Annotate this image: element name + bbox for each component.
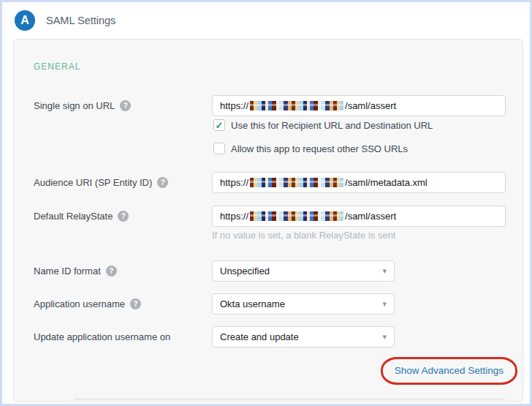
redacted-host-blur — [250, 211, 343, 221]
update-username-label-group: Update application username on — [34, 331, 212, 342]
chevron-down-icon: ▾ — [382, 266, 387, 276]
url-prefix: https:// — [220, 177, 248, 188]
select-value: Unspecified — [220, 266, 382, 277]
audience-uri-label-group: Audience URI (SP Entity ID) ? — [34, 177, 212, 188]
audience-uri-row: Audience URI (SP Entity ID) ? https:///s… — [34, 172, 506, 193]
relay-state-label-group: Default RelayState ? — [34, 211, 212, 222]
name-id-format-select[interactable]: Unspecified ▾ — [212, 260, 395, 282]
other-sso-checkbox[interactable] — [213, 143, 225, 154]
saml-settings-panel: GENERAL Single sign on URL ? https:///sa… — [13, 39, 523, 402]
help-icon[interactable]: ? — [130, 298, 141, 309]
other-sso-checkbox-row: Allow this app to request other SSO URLs — [213, 143, 506, 154]
recipient-url-checkbox-label: Use this for Recipient URL and Destinati… — [231, 120, 433, 131]
chevron-down-icon: ▾ — [382, 299, 387, 309]
url-suffix: /saml/metadata.xml — [345, 177, 428, 188]
help-icon[interactable]: ? — [157, 177, 168, 188]
select-value: Okta username — [220, 298, 382, 309]
advanced-settings-row: Show Advanced Settings — [34, 357, 517, 385]
url-prefix: https:// — [220, 211, 248, 222]
panel-header: A SAML Settings — [2, 2, 530, 39]
relay-state-helper-text: If no value is set, a blank RelayState i… — [212, 230, 506, 241]
relay-state-row: Default RelayState ? https:///saml/asser… — [34, 206, 506, 227]
step-a-badge: A — [15, 10, 35, 31]
audience-uri-input[interactable]: https:///saml/metadata.xml — [212, 172, 506, 193]
help-icon[interactable]: ? — [106, 266, 117, 277]
section-title-general: GENERAL — [34, 61, 506, 72]
check-icon: ✓ — [216, 120, 224, 131]
show-advanced-settings-link[interactable]: Show Advanced Settings — [395, 365, 503, 376]
name-id-format-label: Name ID format — [34, 266, 101, 277]
application-username-select[interactable]: Okta username ▾ — [212, 293, 395, 315]
help-icon[interactable]: ? — [118, 211, 129, 222]
application-username-label-group: Application username ? — [34, 298, 212, 309]
name-id-format-row: Name ID format ? Unspecified ▾ — [34, 260, 506, 282]
chevron-down-icon: ▾ — [382, 332, 387, 342]
url-suffix: /saml/assert — [345, 211, 396, 222]
page-title: SAML Settings — [46, 15, 115, 26]
red-annotation-circle: Show Advanced Settings — [381, 357, 517, 385]
other-sso-checkbox-label: Allow this app to request other SSO URLs — [231, 143, 408, 154]
saml-settings-screen: A SAML Settings GENERAL Single sign on U… — [0, 0, 532, 406]
help-icon[interactable]: ? — [120, 100, 131, 111]
relay-state-label: Default RelayState — [34, 211, 113, 222]
sso-url-label-group: Single sign on URL ? — [34, 100, 212, 111]
recipient-url-checkbox-row: ✓ Use this for Recipient URL and Destina… — [213, 119, 506, 131]
audience-uri-label: Audience URI (SP Entity ID) — [34, 177, 152, 188]
update-username-select[interactable]: Create and update ▾ — [212, 326, 395, 347]
bottom-divider — [74, 399, 505, 399]
recipient-url-checkbox[interactable]: ✓ — [213, 119, 225, 131]
sso-url-input[interactable]: https:///saml/assert — [212, 95, 506, 116]
url-prefix: https:// — [220, 100, 248, 111]
name-id-format-label-group: Name ID format ? — [34, 266, 212, 277]
select-value: Create and update — [220, 331, 382, 342]
relay-state-input[interactable]: https:///saml/assert — [212, 206, 506, 227]
application-username-row: Application username ? Okta username ▾ — [34, 293, 506, 315]
update-username-label: Update application username on — [34, 331, 170, 342]
application-username-label: Application username — [34, 298, 125, 309]
update-username-row: Update application username on Create an… — [34, 326, 506, 347]
sso-url-row: Single sign on URL ? https:///saml/asser… — [34, 95, 506, 116]
redacted-host-blur — [250, 101, 343, 110]
redacted-host-blur — [250, 178, 343, 187]
url-suffix: /saml/assert — [345, 100, 396, 111]
sso-url-label: Single sign on URL — [34, 100, 115, 111]
